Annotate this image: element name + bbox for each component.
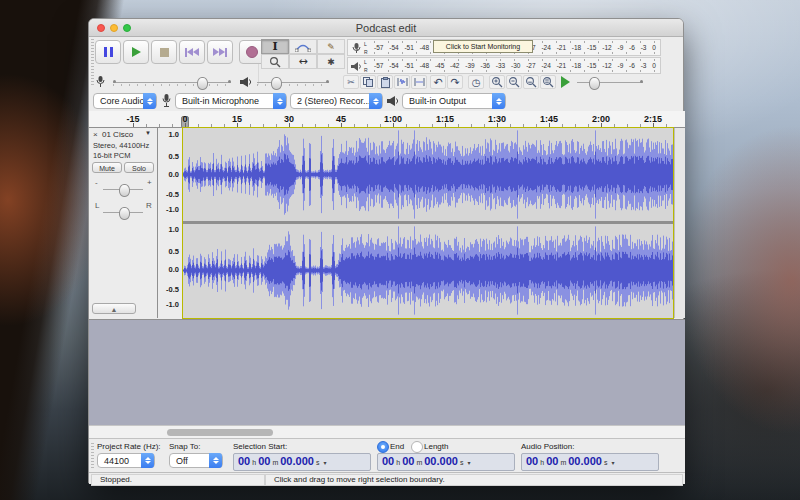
copy-button[interactable] — [360, 75, 376, 89]
snap-to-select[interactable]: Off — [169, 453, 223, 468]
snap-to-label: Snap To: — [169, 442, 200, 451]
playback-device-select[interactable]: Built-in Output — [402, 93, 506, 109]
zoom-out-button[interactable] — [506, 75, 522, 89]
project-rate-label: Project Rate (Hz): — [97, 442, 161, 451]
audio-position-field[interactable]: 00h 00m 00.000s ▾ — [521, 453, 659, 471]
end-radio[interactable] — [377, 441, 389, 453]
audio-host-select[interactable]: Core Audio — [93, 93, 157, 109]
copy-icon — [363, 77, 373, 87]
pause-button[interactable] — [95, 40, 121, 64]
transport-toolbar-handle[interactable] — [91, 39, 94, 87]
output-volume-slider[interactable] — [257, 82, 329, 83]
select-stepper-icon — [492, 93, 505, 109]
multi-tool-icon: ✱ — [327, 57, 335, 67]
select-stepper-icon — [369, 93, 382, 109]
empty-track-area[interactable] — [89, 319, 685, 425]
horizontal-scrollbar[interactable] — [89, 425, 685, 438]
collapse-track-button[interactable]: ▲ — [92, 303, 136, 314]
field-caret-icon[interactable]: ▾ — [467, 459, 470, 466]
playback-db-scale: -57-54-51-48-45-42-39-36-33-30-27-24-21-… — [374, 62, 656, 69]
stereo-waveform[interactable] — [183, 128, 673, 318]
amplitude-label: -0.5 — [166, 285, 179, 294]
skip-to-start-icon — [185, 48, 199, 57]
timeline-ruler[interactable]: -1501530451:001:151:301:452:002:15 — [89, 111, 685, 128]
paste-button[interactable] — [377, 75, 393, 89]
monitoring-tooltip[interactable]: Click to Start Monitoring — [433, 40, 533, 53]
gain-plus-label: + — [147, 178, 152, 187]
status-message: Click and drag to move right selection b… — [266, 475, 445, 484]
end-radio-label[interactable]: End — [390, 442, 404, 451]
timeshift-tool-button[interactable]: ↔ — [289, 54, 317, 69]
skip-to-end-button[interactable] — [207, 40, 233, 64]
zoom-in-button[interactable] — [489, 75, 505, 89]
play-speed-knob[interactable] — [589, 77, 600, 90]
skip-to-end-icon — [213, 48, 227, 57]
undo-button[interactable]: ↶ — [430, 75, 446, 89]
amplitude-label: 0.0 — [169, 265, 179, 274]
trim-icon — [397, 77, 408, 87]
select-stepper-icon — [209, 453, 222, 468]
input-volume-knob[interactable] — [197, 77, 208, 90]
selection-end-field[interactable]: 00h 00m 00.000s ▾ — [377, 453, 515, 471]
multi-tool-button[interactable]: ✱ — [317, 54, 345, 69]
pan-slider[interactable] — [103, 212, 143, 213]
audacity-window: Podcast edit I ✎ ↔ ✱ LR -57-54-51-48-45-… — [88, 18, 684, 484]
select-stepper-icon — [143, 93, 156, 109]
solo-button[interactable]: Solo — [124, 162, 154, 173]
zoom-tool-button[interactable] — [261, 54, 289, 69]
fit-selection-button[interactable] — [523, 75, 539, 89]
vertical-ruler[interactable]: 1.00.50.0-0.5-1.01.00.50.0-0.5-1.0 — [158, 128, 183, 318]
audio-position-label: Audio Position: — [521, 442, 574, 451]
length-radio-label[interactable]: Length — [424, 442, 448, 451]
meter-ticks — [374, 59, 656, 61]
gain-knob[interactable] — [119, 184, 130, 197]
pan-knob[interactable] — [119, 207, 130, 220]
recording-channels-select[interactable]: 2 (Stereo) Recor... — [290, 93, 383, 109]
vertical-scrollbar[interactable] — [674, 128, 685, 318]
horizontal-scrollbar-thumb[interactable] — [167, 429, 273, 436]
paste-icon — [381, 77, 390, 88]
meter-left-label: L — [364, 40, 368, 48]
redo-icon: ↷ — [450, 76, 459, 89]
selection-start-field[interactable]: 00h 00m 00.000s ▾ — [233, 453, 371, 471]
pause-icon — [104, 47, 113, 57]
redo-button[interactable]: ↷ — [447, 75, 463, 89]
playback-meter[interactable]: LR -57-54-51-48-45-42-39-36-33-30-27-24-… — [347, 57, 661, 74]
draw-tool-button[interactable]: ✎ — [317, 39, 345, 54]
track-menu-dropdown[interactable]: ▼ — [145, 130, 151, 136]
selection-start-label: Selection Start: — [233, 442, 287, 451]
output-volume-knob[interactable] — [271, 77, 282, 90]
microphone-icon — [351, 42, 362, 55]
sync-lock-button[interactable]: ◷ — [468, 75, 484, 89]
waveform-area[interactable] — [182, 127, 674, 319]
fit-project-button[interactable] — [540, 75, 556, 89]
cut-button[interactable]: ✂ — [343, 75, 359, 89]
gain-minus-label: - — [95, 178, 98, 187]
play-speed-slider[interactable] — [577, 82, 643, 83]
trim-audio-button[interactable] — [394, 75, 410, 89]
silence-audio-button[interactable] — [411, 75, 427, 89]
fit-selection-icon — [525, 76, 537, 88]
selection-toolbar-handle[interactable] — [91, 443, 94, 469]
title-bar[interactable]: Podcast edit — [89, 19, 683, 37]
project-rate-select[interactable]: 44100 — [97, 453, 155, 468]
field-caret-icon[interactable]: ▾ — [611, 459, 614, 466]
selection-tool-button[interactable]: I — [261, 39, 289, 54]
track-name[interactable]: 01 Cisco — [102, 130, 133, 139]
magnifier-icon — [269, 56, 281, 68]
input-volume-slider[interactable] — [113, 82, 231, 83]
gain-slider[interactable] — [103, 189, 143, 190]
mute-button[interactable]: Mute — [92, 162, 122, 173]
close-track-button[interactable]: × — [93, 130, 98, 139]
length-radio[interactable] — [411, 441, 423, 453]
recording-device-select[interactable]: Built-in Microphone — [175, 93, 287, 109]
playback-device-speaker-icon — [386, 95, 400, 107]
stop-button[interactable] — [151, 40, 177, 64]
play-at-speed-button[interactable] — [561, 76, 570, 88]
play-button[interactable] — [123, 40, 149, 64]
record-icon — [246, 46, 258, 58]
skip-to-start-button[interactable] — [179, 40, 205, 64]
track-control-panel[interactable]: × 01 Cisco ▼ Stereo, 44100Hz 16-bit PCM … — [89, 128, 158, 318]
field-caret-icon[interactable]: ▾ — [323, 459, 326, 466]
envelope-tool-button[interactable] — [289, 39, 317, 54]
